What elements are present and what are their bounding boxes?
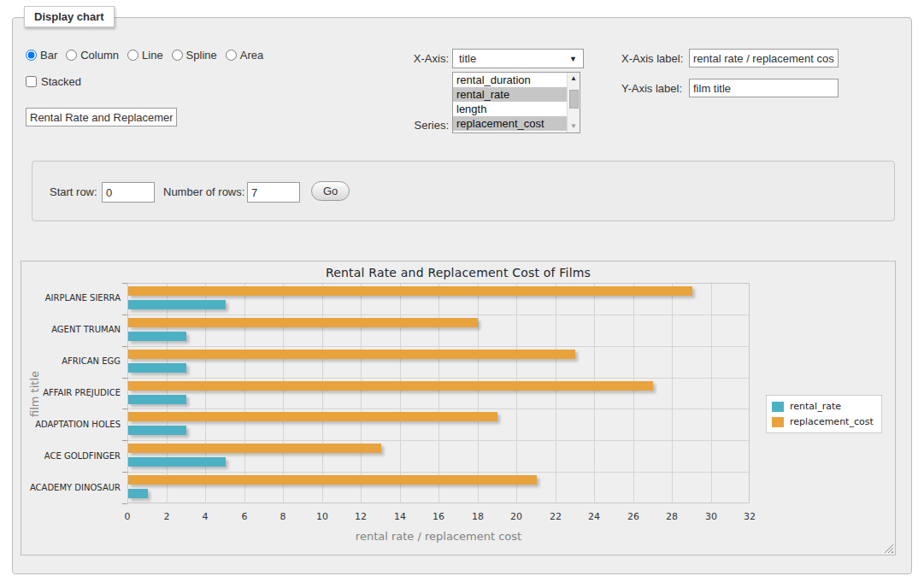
listbox-scrollbar[interactable]: ▲ ▼ xyxy=(567,73,580,132)
number-of-rows-input[interactable] xyxy=(247,182,300,203)
bar-rental_rate xyxy=(128,457,226,467)
x-tick-label: 0 xyxy=(113,511,142,522)
radio-label: Spline xyxy=(186,49,217,62)
scroll-up-icon[interactable]: ▲ xyxy=(568,73,580,85)
radio-bar[interactable] xyxy=(26,50,37,61)
go-button[interactable]: Go xyxy=(311,181,350,201)
x-axis-select-value: title xyxy=(459,52,476,65)
gridline-vertical xyxy=(438,284,439,503)
stacked-checkbox[interactable] xyxy=(26,76,37,87)
chart-container: Rental Rate and Replacement Cost of Film… xyxy=(21,261,896,556)
x-tick-label: 14 xyxy=(385,511,415,522)
x-tick-label: 22 xyxy=(541,511,570,522)
series-option-length[interactable]: length xyxy=(453,102,567,116)
legend-swatch-rental_rate xyxy=(772,402,784,412)
category-label: AGENT TRUMAN xyxy=(21,325,121,334)
x-tick-label: 28 xyxy=(657,511,686,522)
radio-line[interactable] xyxy=(127,50,138,61)
series-option-replacement_cost[interactable]: replacement_cost xyxy=(453,116,567,131)
gridline-vertical xyxy=(400,284,401,503)
bar-rental_rate xyxy=(128,332,186,341)
x-tick-label: 4 xyxy=(191,511,220,522)
radio-label: Line xyxy=(142,49,163,62)
chart-title-input[interactable] xyxy=(26,108,177,126)
gridline-vertical xyxy=(244,284,245,503)
gridline-vertical xyxy=(361,284,362,503)
y-axis-tick xyxy=(122,440,127,441)
chart-type-spline[interactable]: Spline xyxy=(172,49,217,62)
series-option-rental_duration[interactable]: rental_duration xyxy=(453,73,567,87)
x-axis-select[interactable]: title ▼ xyxy=(452,49,584,68)
chart-type-area[interactable]: Area xyxy=(226,49,263,62)
category-label: AFRICAN EGG xyxy=(21,356,121,366)
gridline-vertical xyxy=(556,284,556,503)
chart-type-bar[interactable]: Bar xyxy=(26,49,57,62)
category-label: AIRPLANE SIERRA xyxy=(21,293,121,303)
y-axis-tick xyxy=(122,315,127,315)
x-tick-label: 8 xyxy=(268,511,297,522)
gridline-vertical xyxy=(594,284,595,503)
x-tick-label: 18 xyxy=(463,511,492,522)
gridline-vertical xyxy=(283,284,284,503)
row-range-panel: Start row: Number of rows: Go xyxy=(32,161,895,221)
category-label: ACE GOLDFINGER xyxy=(21,451,121,461)
scrollbar-thumb[interactable] xyxy=(569,90,579,109)
start-row-input[interactable] xyxy=(102,182,155,203)
start-row-label: Start row: xyxy=(50,185,97,198)
gridline-vertical xyxy=(633,284,634,503)
y-axis-label-label: Y-Axis label: xyxy=(621,82,682,95)
x-tick-label: 16 xyxy=(424,511,453,522)
category-label: ADAPTATION HOLES xyxy=(21,420,121,429)
gridline-vertical xyxy=(167,284,168,503)
y-axis-tick xyxy=(122,409,127,409)
chart-legend: rental_ratereplacement_cost xyxy=(766,395,882,433)
chevron-down-icon: ▼ xyxy=(569,55,577,63)
x-tick-label: 24 xyxy=(580,511,609,522)
bar-rental_rate xyxy=(128,395,186,404)
x-axis-select-label: X-Axis: xyxy=(376,52,449,65)
bar-rental_rate xyxy=(128,363,186,373)
series-listbox-label: Series: xyxy=(376,119,449,132)
radio-label: Bar xyxy=(40,49,57,62)
stacked-checkbox-row[interactable]: Stacked xyxy=(26,75,81,88)
legend-row-rental_rate: rental_rate xyxy=(772,401,874,412)
y-axis-tick xyxy=(122,346,127,347)
x-tick-label: 20 xyxy=(502,511,531,522)
chart-type-line[interactable]: Line xyxy=(127,49,163,62)
number-of-rows-label: Number of rows: xyxy=(163,185,244,198)
radio-spline[interactable] xyxy=(172,50,183,61)
bar-replacement_cost xyxy=(128,444,381,453)
fieldset-legend: Display chart xyxy=(24,6,115,27)
x-axis-label-label: X-Axis label: xyxy=(621,52,683,65)
series-option-rental_rate[interactable]: rental_rate xyxy=(453,87,567,102)
legend-label: replacement_cost xyxy=(790,416,874,427)
series-listbox[interactable]: rental_durationrental_ratelengthreplacem… xyxy=(452,72,580,133)
gridline-horizontal xyxy=(128,346,750,347)
chart-type-column[interactable]: Column xyxy=(66,49,119,62)
bar-replacement_cost xyxy=(128,318,478,327)
gridline-vertical xyxy=(322,284,323,503)
y-axis-tick xyxy=(122,503,127,504)
category-label: ACADEMY DINOSAUR xyxy=(21,483,121,492)
gridline-vertical xyxy=(711,284,712,503)
bar-replacement_cost xyxy=(128,350,575,359)
x-axis-label-input[interactable] xyxy=(689,49,839,68)
bar-replacement_cost xyxy=(128,381,653,391)
category-label: AFFAIR PREJUDICE xyxy=(21,388,121,397)
x-tick-label: 2 xyxy=(152,511,181,522)
scroll-down-icon[interactable]: ▼ xyxy=(568,121,580,132)
resize-handle-icon[interactable] xyxy=(884,544,893,553)
gridline-horizontal xyxy=(128,440,750,441)
radio-area[interactable] xyxy=(226,50,237,61)
bar-rental_rate xyxy=(128,300,226,309)
radio-column[interactable] xyxy=(66,50,77,61)
bar-replacement_cost xyxy=(128,286,692,296)
bar-replacement_cost xyxy=(128,475,537,485)
y-axis-label-input[interactable] xyxy=(689,79,839,97)
y-axis-tick xyxy=(122,378,127,379)
x-tick-label: 30 xyxy=(697,511,726,522)
y-axis-tick xyxy=(122,472,127,473)
gridline-vertical xyxy=(672,284,673,503)
radio-label: Area xyxy=(240,49,263,62)
gridline-horizontal xyxy=(128,409,750,409)
